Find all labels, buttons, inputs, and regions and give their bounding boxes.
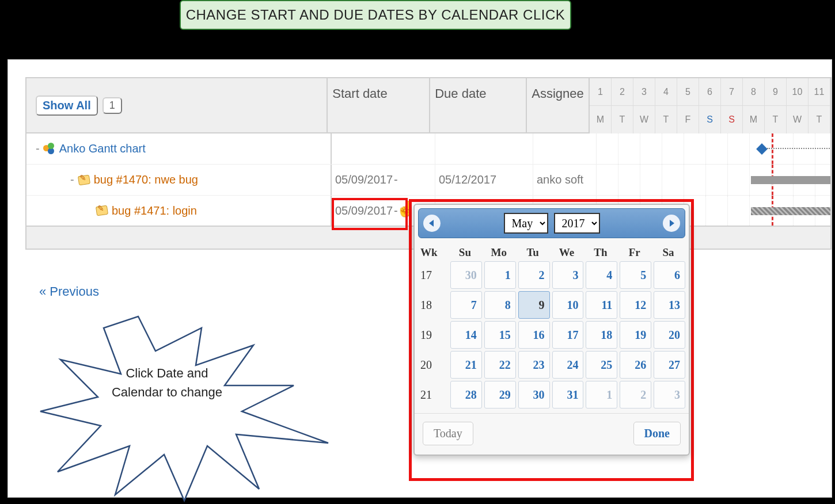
day-number: 7 [721, 78, 743, 106]
day-number: 8 [743, 78, 765, 106]
next-month-button[interactable] [663, 215, 680, 232]
calendar-day[interactable]: 5 [620, 261, 651, 289]
gantt-bar[interactable] [751, 176, 832, 184]
day-of-week: M [590, 106, 612, 133]
calendar-day[interactable]: 23 [518, 351, 550, 379]
callout-shape [35, 311, 334, 503]
dow-header: Su [448, 246, 482, 259]
date-picker: May 2017 Wk SuMoTuWeThFrSa 1730123456187… [413, 204, 690, 456]
day-of-week: T [655, 106, 677, 133]
dow-header: Sa [651, 246, 685, 259]
calendar-day[interactable]: 27 [654, 351, 685, 379]
timeline-header: 1234567891011 MTWTFSSMTWT [590, 78, 830, 132]
calendar-day[interactable]: 20 [654, 321, 685, 349]
day-number: 5 [677, 78, 699, 106]
calendar-day[interactable]: 2 [518, 261, 550, 289]
dow-header: Fr [617, 246, 651, 259]
calendar-day[interactable]: 22 [484, 351, 516, 379]
month-select[interactable]: May [504, 213, 548, 234]
calendar-day[interactable]: 9 [518, 291, 550, 319]
year-select[interactable]: 2017 [554, 213, 600, 234]
project-icon [43, 143, 56, 155]
show-all-button[interactable]: Show All [36, 96, 98, 116]
calendar-day[interactable]: 3 [654, 381, 685, 408]
calendar-day[interactable]: 8 [484, 291, 516, 319]
calendar-day[interactable]: 3 [552, 261, 584, 289]
assignee-cell: anko soft [533, 165, 597, 195]
issue-label: bug #1470: nwe bug [94, 173, 198, 186]
today-button[interactable]: Today [423, 422, 473, 445]
calendar-day[interactable]: 7 [450, 291, 482, 319]
calendar-day[interactable]: 24 [552, 351, 584, 379]
calendar-day[interactable]: 14 [450, 321, 482, 349]
calendar-day[interactable]: 16 [518, 321, 550, 349]
calendar-day[interactable]: 19 [620, 321, 651, 349]
calendar-day[interactable]: 28 [450, 381, 482, 408]
day-number: 2 [612, 78, 633, 106]
calendar-day[interactable]: 11 [586, 291, 617, 319]
calendar-day[interactable]: 30 [450, 261, 482, 289]
prev-month-button[interactable] [423, 215, 441, 232]
dow-header: We [550, 246, 584, 259]
day-of-week: W [787, 106, 809, 133]
bug-icon [78, 174, 90, 186]
gantt-cell[interactable] [597, 165, 830, 195]
day-number: 6 [699, 78, 721, 106]
svg-marker-2 [670, 220, 674, 227]
tree-issue-row[interactable]: bug #1471: login [26, 196, 332, 226]
previous-link[interactable]: « Previous [39, 284, 99, 299]
day-of-week: S [721, 106, 743, 133]
day-number: 10 [787, 78, 809, 106]
calendar-day[interactable]: 4 [586, 261, 617, 289]
day-number: 11 [809, 78, 830, 106]
filter-count-badge[interactable]: 1 [103, 97, 122, 114]
start-date-cell[interactable]: 05/09/2017- [332, 165, 435, 195]
calendar-day[interactable]: 2 [620, 381, 651, 408]
calendar-day[interactable]: 15 [484, 321, 516, 349]
dow-header: Th [583, 246, 617, 259]
column-header-due-date: Due date [430, 78, 527, 132]
week-number: 21 [418, 381, 448, 408]
calendar-day[interactable]: 10 [552, 291, 584, 319]
done-button[interactable]: Done [633, 422, 681, 445]
calendar-day[interactable]: 30 [518, 381, 550, 408]
gantt-cell [597, 133, 830, 164]
calendar-day[interactable]: 25 [586, 351, 617, 379]
banner-title: CHANGE START AND DUE DATES BY CALENDAR C… [180, 0, 571, 30]
calendar-day[interactable]: 17 [552, 321, 584, 349]
day-number: 3 [633, 78, 655, 106]
highlight-box [332, 198, 408, 230]
dow-header: Mo [482, 246, 516, 259]
day-number: 1 [590, 78, 612, 106]
day-of-week: T [809, 106, 830, 133]
day-number: 4 [655, 78, 677, 106]
calendar-day[interactable]: 26 [620, 351, 651, 379]
tree-issue-row[interactable]: - bug #1470: nwe bug [26, 165, 332, 195]
tree-header: Show All 1 [26, 78, 328, 132]
week-number: 17 [418, 261, 448, 289]
due-date-cell[interactable]: 05/12/2017 [435, 165, 533, 195]
calendar-day[interactable]: 12 [620, 291, 651, 319]
week-number: 19 [418, 321, 448, 349]
svg-marker-0 [40, 316, 328, 501]
day-of-week: F [677, 106, 699, 133]
column-header-start-date: Start date [328, 78, 430, 132]
week-column-header: Wk [418, 246, 448, 259]
dow-header: Tu [516, 246, 550, 259]
day-of-week: S [699, 106, 721, 133]
calendar-day[interactable]: 29 [484, 381, 516, 408]
calendar-day[interactable]: 1 [586, 381, 617, 408]
calendar-day[interactable]: 13 [654, 291, 685, 319]
day-of-week: T [612, 106, 633, 133]
day-number: 9 [765, 78, 787, 106]
calendar-day[interactable]: 1 [484, 261, 516, 289]
tree-project-row[interactable]: - Anko Gantt chart [26, 133, 332, 164]
day-of-week: W [633, 106, 655, 133]
calendar-day[interactable]: 6 [654, 261, 685, 289]
week-number: 18 [418, 291, 448, 319]
gantt-bar[interactable] [751, 207, 832, 215]
calendar-day[interactable]: 18 [586, 321, 617, 349]
calendar-day[interactable]: 21 [450, 351, 482, 379]
calendar-day[interactable]: 31 [552, 381, 584, 408]
day-of-week: M [743, 106, 765, 133]
